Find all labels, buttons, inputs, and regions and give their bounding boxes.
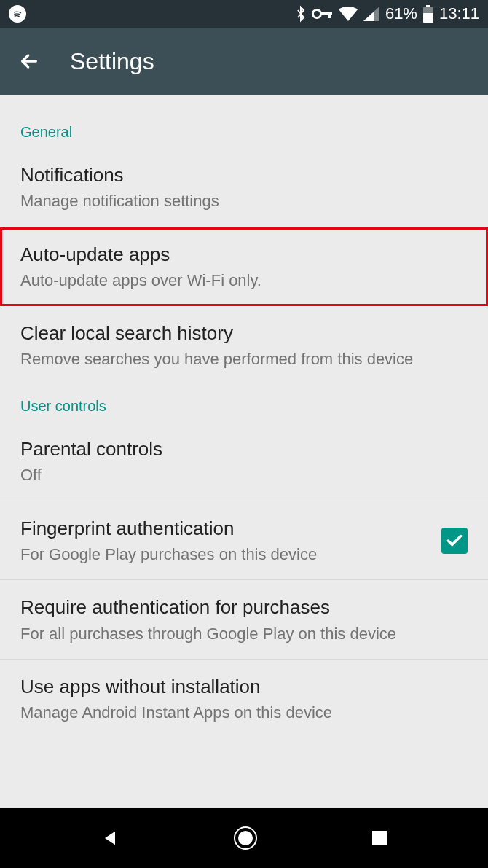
svg-rect-3 (328, 12, 331, 18)
page-title: Settings (70, 48, 154, 75)
item-require-auth-purchases[interactable]: Require authentication for purchases For… (0, 580, 488, 660)
section-header-general: General (0, 111, 488, 148)
back-arrow-icon[interactable] (17, 50, 41, 73)
item-notifications[interactable]: Notifications Manage notification settin… (0, 148, 488, 227)
vpn-key-icon (312, 7, 333, 20)
status-bar: 61% 13:11 (0, 0, 488, 28)
checkbox-checked-icon[interactable] (441, 528, 468, 554)
spotify-icon (9, 5, 26, 23)
signal-icon (363, 7, 379, 21)
settings-content: General Notifications Manage notificatio… (0, 95, 488, 738)
nav-recent-icon[interactable] (371, 829, 388, 847)
battery-percent: 61% (385, 4, 417, 23)
item-sub: Auto-update apps over Wi-Fi only. (20, 270, 468, 292)
item-auto-update-apps[interactable]: Auto-update apps Auto-update apps over W… (0, 227, 488, 307)
item-clear-search-history[interactable]: Clear local search history Remove search… (0, 306, 488, 385)
section-header-user-controls: User controls (0, 385, 488, 422)
bluetooth-icon (295, 5, 307, 23)
item-sub: For all purchases through Google Play on… (20, 624, 468, 645)
svg-rect-6 (423, 13, 433, 23)
svg-point-1 (312, 10, 320, 18)
item-sub: Manage Android Instant Apps on this devi… (20, 703, 468, 724)
battery-icon (423, 5, 433, 23)
svg-rect-4 (426, 5, 430, 7)
nav-back-icon[interactable] (100, 828, 120, 848)
item-title: Auto-update apps (20, 242, 468, 267)
item-sub: For Google Play purchases on this device (20, 544, 427, 566)
wifi-icon (339, 7, 358, 21)
app-bar: Settings (0, 28, 488, 95)
item-title: Require authentication for purchases (20, 595, 468, 620)
item-sub: Manage notification settings (20, 191, 468, 212)
item-fingerprint-auth[interactable]: Fingerprint authentication For Google Pl… (0, 501, 488, 581)
navigation-bar (0, 808, 488, 868)
svg-point-8 (238, 831, 253, 845)
item-sub: Remove searches you have performed from … (20, 349, 468, 370)
item-title: Parental controls (20, 437, 468, 462)
item-instant-apps[interactable]: Use apps without installation Manage And… (0, 660, 488, 738)
item-title: Clear local search history (20, 321, 468, 346)
clock: 13:11 (439, 4, 479, 23)
item-title: Fingerprint authentication (20, 516, 427, 541)
svg-rect-9 (372, 831, 387, 845)
item-title: Notifications (20, 163, 468, 188)
nav-home-icon[interactable] (233, 826, 258, 851)
item-parental-controls[interactable]: Parental controls Off (0, 422, 488, 501)
item-sub: Off (20, 465, 468, 486)
item-title: Use apps without installation (20, 674, 468, 700)
